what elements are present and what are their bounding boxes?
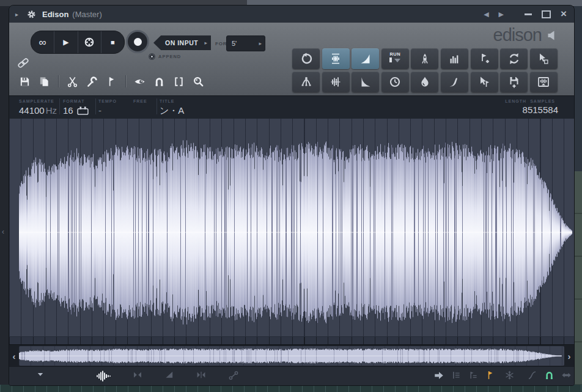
waveform-view-button[interactable] xyxy=(96,370,112,382)
format-value[interactable]: 16 xyxy=(63,105,89,116)
normalize-button[interactable] xyxy=(322,48,350,69)
waveform-display[interactable] xyxy=(9,119,574,336)
status-bar xyxy=(9,366,574,385)
marker-icon xyxy=(106,76,117,87)
time-ruler[interactable] xyxy=(9,336,574,345)
marker-button[interactable] xyxy=(106,76,117,87)
window-title: Edison xyxy=(42,10,68,19)
window-context: (Master) xyxy=(72,10,101,19)
divider xyxy=(58,75,59,87)
preview-button[interactable] xyxy=(134,76,146,87)
claw-button[interactable] xyxy=(292,72,320,92)
chevron-right-icon: ▸ xyxy=(204,40,207,46)
turn-icon xyxy=(300,53,312,65)
collapse-arrow-icon[interactable]: ▸ xyxy=(15,11,21,18)
samples-value[interactable]: 8515584 xyxy=(523,105,558,115)
scrollbar-track[interactable] xyxy=(19,346,564,366)
fade-in-button[interactable] xyxy=(352,48,379,69)
tools-button[interactable] xyxy=(86,76,98,87)
append-option[interactable]: APPEND xyxy=(149,53,181,60)
samplerate-value[interactable]: 44100Hz xyxy=(19,105,57,116)
snap-button[interactable] xyxy=(153,76,165,87)
normalize-icon xyxy=(330,53,342,65)
gear-icon[interactable] xyxy=(26,9,37,20)
title-bar[interactable]: ▸ Edison (Master) ◀ ▶ × xyxy=(9,6,574,23)
close-button[interactable]: × xyxy=(561,10,567,18)
link-nodes-button[interactable] xyxy=(228,370,239,381)
maximize-button[interactable] xyxy=(542,10,551,18)
eq-button[interactable] xyxy=(322,72,350,92)
save-new-button[interactable] xyxy=(500,72,528,92)
background-chevron-icon: ‹ xyxy=(0,227,6,236)
marker-list-button[interactable] xyxy=(468,370,479,380)
drop-button[interactable] xyxy=(411,72,438,92)
save-new-icon xyxy=(508,76,520,88)
tools-icon xyxy=(86,76,98,87)
title-label: TITLE xyxy=(160,99,174,103)
drag-copy-button[interactable] xyxy=(530,48,558,69)
cut-button[interactable] xyxy=(67,76,78,87)
marker-flag-button[interactable] xyxy=(485,370,496,380)
fade-out-button[interactable] xyxy=(352,72,379,92)
brush-button[interactable] xyxy=(441,72,468,92)
title-value[interactable]: ン・A xyxy=(160,105,184,117)
tempo-value[interactable]: - xyxy=(98,105,101,116)
ramp-button[interactable] xyxy=(164,370,174,380)
scroll-left-button[interactable]: ‹ xyxy=(9,345,19,367)
prev-arrow-button[interactable]: ◀ xyxy=(484,10,488,18)
clock-button[interactable] xyxy=(381,72,409,92)
rocket-button[interactable] xyxy=(411,48,438,69)
fl-studio-screen: ‹ ▸ Edison (Master) ◀ ▶ × ∞▶■ xyxy=(0,0,582,392)
stats-button[interactable] xyxy=(441,48,468,69)
regions-list-button[interactable] xyxy=(451,370,462,380)
add-marker-button[interactable] xyxy=(471,48,498,69)
loop-button[interactable]: ∞ xyxy=(31,31,54,53)
mini-waveform-svg xyxy=(19,346,562,366)
link-button[interactable] xyxy=(17,57,29,69)
drag-marker-button[interactable] xyxy=(471,72,498,92)
copy-icon xyxy=(39,76,50,87)
main-toolbar: ∞▶■ ON INPUT ▸ FOR 5' ▸ APPEND edison xyxy=(9,23,574,96)
snap-icon xyxy=(153,76,165,87)
send-arrow-button[interactable] xyxy=(433,370,444,381)
burn-button[interactable] xyxy=(78,31,101,53)
info-bar: SAMPLERATE 44100Hz FORMAT 16 TEMPO - FRE… xyxy=(9,95,574,119)
zoom-button[interactable] xyxy=(193,76,204,87)
resync-button[interactable] xyxy=(500,48,528,69)
add-marker-icon xyxy=(478,53,490,65)
send-to-playlist-button[interactable] xyxy=(530,72,558,92)
record-button[interactable] xyxy=(126,30,149,53)
stop-button[interactable]: ■ xyxy=(101,31,124,53)
waveform-scrollbar[interactable]: ‹ › xyxy=(9,344,574,367)
h-arrows-button[interactable] xyxy=(561,370,572,380)
divider xyxy=(95,98,96,114)
snowflake-button[interactable] xyxy=(504,370,515,380)
smooth-curve-button[interactable] xyxy=(527,370,537,380)
fade-out-icon xyxy=(359,76,372,88)
background-strip xyxy=(574,6,582,171)
next-arrow-button[interactable]: ▶ xyxy=(499,10,504,18)
play-button[interactable]: ▶ xyxy=(54,31,77,53)
append-radio[interactable] xyxy=(149,53,155,60)
copy-button[interactable] xyxy=(39,76,50,87)
run-script-icon: RUN xyxy=(389,52,400,66)
divider xyxy=(59,98,60,114)
record-mode-button[interactable]: ON INPUT ▸ xyxy=(153,35,211,50)
save-button[interactable] xyxy=(19,76,31,87)
record-duration-field[interactable]: 5' ▸ xyxy=(226,35,265,51)
triangles-in-button[interactable] xyxy=(133,370,142,380)
triangles-out-button[interactable] xyxy=(196,370,206,380)
magnet-button[interactable] xyxy=(544,370,554,380)
drag-marker-icon xyxy=(478,76,490,88)
clock-icon xyxy=(389,76,401,88)
turn-button[interactable] xyxy=(292,48,320,69)
select-button[interactable] xyxy=(173,76,185,87)
resync-icon xyxy=(508,53,520,65)
rocket-icon xyxy=(419,53,431,65)
run-script-button[interactable]: RUN xyxy=(381,48,409,69)
menu-triangle-button[interactable] xyxy=(36,370,45,379)
brush-icon xyxy=(448,76,460,88)
scroll-right-button[interactable]: › xyxy=(564,345,574,367)
divider xyxy=(157,98,157,114)
minimize-button[interactable] xyxy=(525,13,532,15)
